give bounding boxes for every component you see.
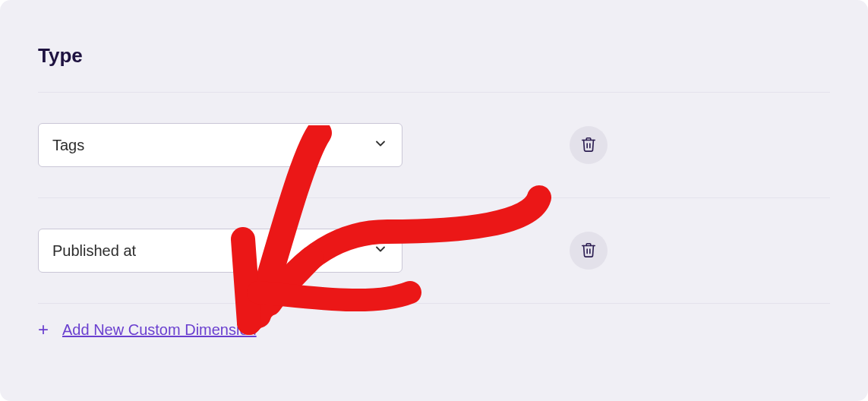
plus-icon: + [38, 320, 49, 339]
chevron-down-icon [373, 136, 388, 154]
dimension-row: Published at [38, 198, 830, 303]
dimension-row: Tags [38, 93, 830, 197]
trash-icon [580, 242, 597, 260]
select-value: Tags [52, 137, 84, 154]
delete-button[interactable] [570, 232, 608, 270]
add-new-custom-dimension-link[interactable]: Add New Custom Dimension [62, 321, 257, 339]
dimension-type-select[interactable]: Published at [38, 229, 402, 273]
dimension-type-select[interactable]: Tags [38, 123, 402, 167]
panel-heading: Type [38, 0, 830, 92]
delete-button[interactable] [570, 126, 608, 164]
chevron-down-icon [373, 242, 388, 260]
select-value: Published at [52, 242, 136, 260]
trash-icon [580, 136, 597, 155]
add-dimension-row: + Add New Custom Dimension [38, 304, 830, 339]
custom-dimensions-panel: Type Tags Published at [0, 0, 868, 401]
